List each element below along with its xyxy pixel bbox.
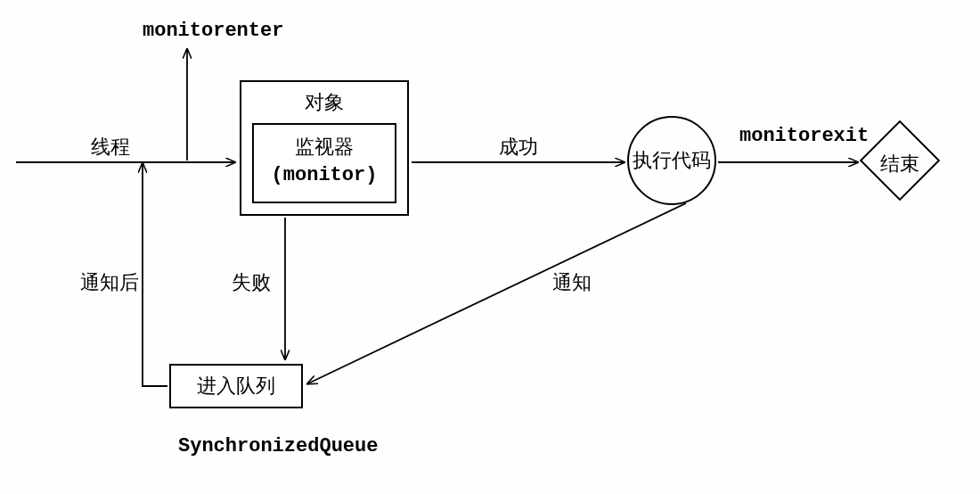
success-label: 成功 — [499, 134, 538, 161]
fail-label: 失败 — [232, 269, 271, 296]
notify-arrow — [308, 203, 686, 383]
execute-code-text: 执行代码 — [633, 147, 711, 174]
monitor-box: 监视器 (monitor) — [252, 123, 396, 203]
monitor-line2: (monitor) — [254, 164, 395, 186]
sync-queue-label: SynchronizedQueue — [178, 435, 378, 457]
object-title: 对象 — [241, 89, 407, 116]
object-box: 对象 监视器 (monitor) — [240, 80, 409, 216]
monitor-line1: 监视器 — [254, 134, 395, 161]
end-text: 结束 — [860, 151, 940, 177]
enter-queue-text: 进入队列 — [197, 373, 275, 399]
end-diamond: 结束 — [860, 120, 940, 201]
monitorexit-label: monitorexit — [739, 125, 869, 147]
enter-queue-box: 进入队列 — [169, 364, 303, 408]
notify-label: 通知 — [552, 269, 592, 296]
execute-code-circle: 执行代码 — [627, 116, 716, 205]
thread-label: 线程 — [91, 134, 130, 161]
arrows-overlay — [0, 0, 980, 494]
after-notify-arrow — [143, 164, 167, 386]
after-notify-label: 通知后 — [80, 269, 139, 296]
monitorenter-label: monitorenter — [143, 20, 283, 42]
